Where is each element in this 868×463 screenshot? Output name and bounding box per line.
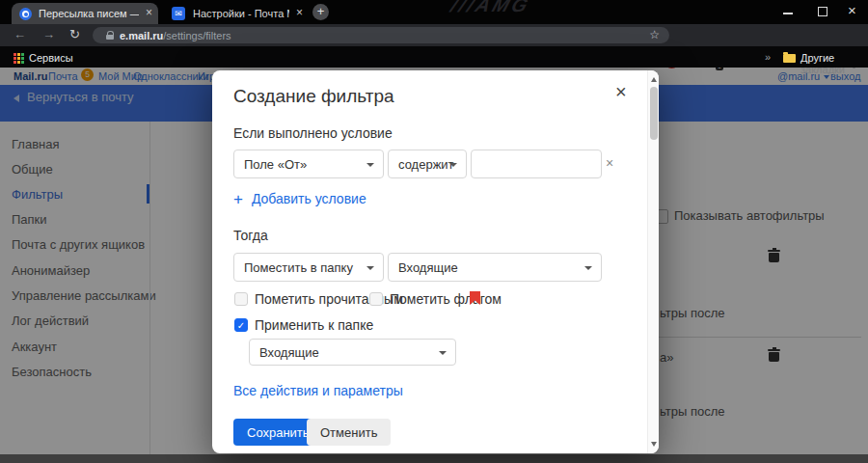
- scroll-down-icon[interactable]: [651, 442, 657, 447]
- plus-icon: +: [233, 190, 243, 208]
- action-folder-select[interactable]: Входящие: [388, 253, 602, 282]
- mailru-mail-favicon: ✉: [172, 7, 185, 20]
- chevron-down-icon: [439, 351, 447, 355]
- browser-window: Mail.ru Почта 5 Мой Мир Одноклассники Иг…: [0, 0, 868, 463]
- all-actions-link[interactable]: Все действия и параметры: [233, 383, 403, 398]
- lock-icon: [106, 31, 114, 40]
- cancel-button[interactable]: Отменить: [307, 419, 391, 446]
- chevron-down-icon: [366, 163, 374, 167]
- reload-button[interactable]: ↻: [69, 27, 80, 41]
- folder-icon: [783, 54, 796, 63]
- scroll-up-icon[interactable]: [651, 77, 657, 82]
- bookmark-services[interactable]: Сервисы: [29, 52, 73, 64]
- apply-to-folder-label: Применить к папке: [255, 317, 373, 333]
- chevron-down-icon: [584, 266, 592, 270]
- chevron-down-icon: [449, 163, 457, 167]
- modal-close-icon[interactable]: ×: [615, 81, 627, 103]
- tab-close-icon[interactable]: ×: [296, 6, 303, 19]
- theme-background-graphic: ///AMG: [448, 0, 533, 16]
- mailru-help-favicon: [19, 8, 32, 20]
- condition-value-input[interactable]: [471, 150, 602, 178]
- scrollbar-thumb[interactable]: [650, 87, 658, 140]
- modal-title: Создание фильтра: [233, 86, 394, 107]
- condition-operator-select[interactable]: содержит: [388, 150, 467, 178]
- condition-section-label: Если выполнено условие: [233, 125, 393, 141]
- new-tab-button[interactable]: +: [312, 4, 329, 20]
- url-text: e.mail.ru/settings/filters: [120, 30, 231, 41]
- forward-button[interactable]: →: [42, 27, 55, 41]
- bookmarks-overflow-icon[interactable]: »: [765, 51, 771, 63]
- condition-field-select[interactable]: Поле «От»: [233, 150, 384, 178]
- services-grid-icon: [14, 53, 24, 64]
- bookmarks-bar: [0, 46, 868, 68]
- tab-settings[interactable]: ✉ Настройки - Почта Mail.ru ×: [164, 3, 307, 24]
- window-maximize-button[interactable]: [818, 7, 827, 16]
- address-bar[interactable]: e.mail.ru/settings/filters ☆: [93, 27, 669, 43]
- window-close-button[interactable]: ×: [848, 2, 856, 18]
- bookmark-star-icon[interactable]: ☆: [649, 28, 660, 41]
- mark-flag-label: Пометить флагом: [390, 291, 502, 307]
- chevron-down-icon: [366, 266, 374, 270]
- window-minimize-button[interactable]: [783, 13, 793, 14]
- create-filter-modal: Создание фильтра × Если выполнено услови…: [212, 70, 659, 453]
- browser-toolbar: ← → ↻ e.mail.ru/settings/filters ☆ A 1 M…: [0, 24, 868, 46]
- back-button[interactable]: ←: [14, 27, 26, 41]
- tab-title: Пересылка писем — Помощь: [39, 8, 139, 19]
- tab-close-icon[interactable]: ×: [146, 6, 152, 19]
- apply-folder-select[interactable]: Входящие: [249, 339, 456, 366]
- apply-to-folder-checkbox[interactable]: ✓: [234, 318, 248, 332]
- mark-read-checkbox[interactable]: [234, 292, 248, 306]
- then-section-label: Тогда: [233, 228, 268, 243]
- add-condition-link[interactable]: +Добавить условие: [233, 190, 366, 209]
- tab-help[interactable]: Пересылка писем — Помощь ×: [12, 3, 158, 24]
- remove-condition-icon[interactable]: ×: [606, 155, 613, 171]
- tab-title: Настройки - Почта Mail.ru: [193, 8, 289, 19]
- action-type-select[interactable]: Поместить в папку: [233, 253, 384, 282]
- modal-scrollbar[interactable]: [647, 70, 659, 453]
- tab-strip: ///AMG Пересылка писем — Помощь × ✉ Наст…: [0, 0, 868, 24]
- mark-flag-checkbox[interactable]: [369, 292, 383, 306]
